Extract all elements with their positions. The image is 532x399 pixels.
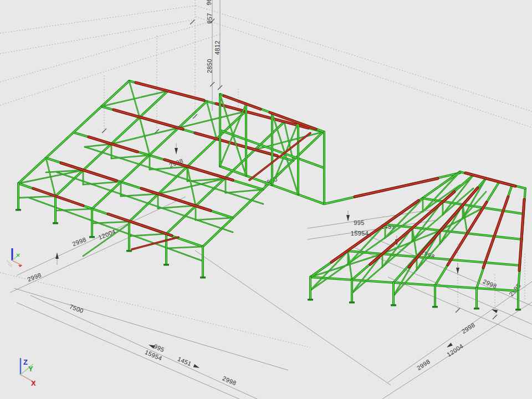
origin-tick-icon [7,260,12,267]
view-axis-y-label: Y [28,365,33,373]
cad-3d-viewport[interactable]: 9695748122850299812004299829982850750099… [0,0,532,399]
model-origin-gizmo [7,248,22,267]
origin-x-axis-icon [12,260,22,265]
origin-y-marker-icon [17,254,19,257]
view-axis-z-label: Z [23,358,28,366]
view-axis-x-label: X [31,379,36,387]
axis-indicators-layer [0,0,532,399]
